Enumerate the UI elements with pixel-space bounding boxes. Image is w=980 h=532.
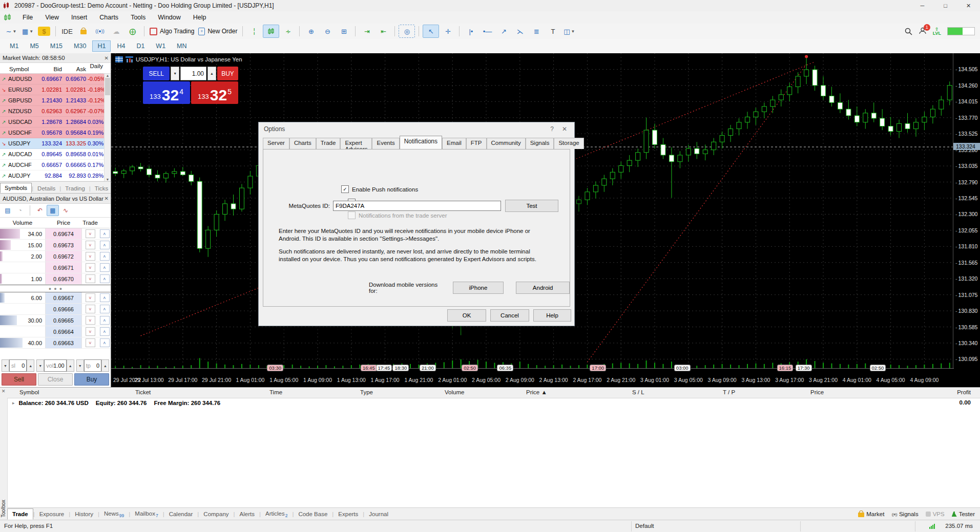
toolbox-tab-experts[interactable]: Experts bbox=[333, 509, 363, 519]
cursor-icon[interactable]: ↖ bbox=[423, 25, 439, 38]
toolbox-column-volume[interactable]: Volume bbox=[445, 389, 464, 395]
close-button[interactable]: ✕ bbox=[957, 0, 980, 11]
new-order-button[interactable]: +New Order bbox=[197, 25, 239, 37]
metaquotes-id-input[interactable] bbox=[333, 201, 501, 211]
mw-column-bid[interactable]: Bid bbox=[39, 66, 64, 72]
toolbox-column-price[interactable]: Price bbox=[810, 389, 824, 395]
timeframe-m5[interactable]: M5 bbox=[25, 40, 44, 52]
dialog-tab-events[interactable]: Events bbox=[372, 138, 399, 149]
chart-style-icon[interactable]: ∼▼ bbox=[4, 25, 19, 37]
dialog-tab-community[interactable]: Community bbox=[487, 138, 526, 149]
dom-chart-icon[interactable]: ▤ bbox=[2, 205, 13, 216]
market-watch-row[interactable]: ↗GBPUSD1.214301.21433-0.12% bbox=[0, 95, 111, 106]
row-expand-icon[interactable]: ˄ bbox=[100, 293, 110, 302]
ok-button[interactable]: OK bbox=[447, 309, 486, 322]
dialog-title-bar[interactable]: Options ? ✕ bbox=[259, 122, 574, 136]
timeframe-w1[interactable]: W1 bbox=[151, 40, 171, 52]
toolbox-tab-news[interactable]: News99 bbox=[99, 508, 129, 520]
market-watch-row[interactable]: ↗AUDJPY92.88492.8930.28% bbox=[0, 171, 111, 181]
status-profile[interactable]: Default bbox=[635, 523, 654, 529]
buy-price-panel[interactable]: 133 32 5 bbox=[191, 81, 238, 104]
market-watch-row[interactable]: ↗USDCHF0.956780.956840.19% bbox=[0, 127, 111, 138]
sell-button[interactable]: Sell bbox=[2, 373, 36, 386]
tab-trading[interactable]: Trading bbox=[61, 184, 89, 193]
one-click-buy-button[interactable]: BUY bbox=[217, 67, 238, 80]
chart-shift-icon[interactable]: ⇤ bbox=[376, 25, 391, 37]
level-icon[interactable]: ⇧LVL bbox=[933, 27, 941, 35]
cloud-icon[interactable]: ☁ bbox=[109, 25, 124, 37]
accounts-icon[interactable]: $ bbox=[38, 27, 50, 36]
trade-check-icon[interactable]: ˅ bbox=[86, 274, 95, 283]
close-icon[interactable]: ✕ bbox=[105, 196, 109, 201]
vps-status-button[interactable]: VPS bbox=[926, 511, 945, 517]
toolbox-tab-history[interactable]: History bbox=[70, 509, 98, 519]
market-watch-row[interactable]: ↘USDJPY133.324133.3250.30% bbox=[0, 138, 111, 149]
menu-item-insert[interactable]: Insert bbox=[65, 12, 93, 23]
timeframe-mn[interactable]: MN bbox=[172, 40, 192, 52]
tab-details[interactable]: Details bbox=[33, 184, 59, 193]
iphone-button[interactable]: iPhone bbox=[453, 282, 504, 294]
trade-check-icon[interactable]: ˅ bbox=[86, 241, 95, 249]
lot-size-input[interactable]: 1.00 bbox=[180, 67, 206, 80]
market-watch-row[interactable]: ↗NZDUSD0.629630.62967-0.07% bbox=[0, 106, 111, 117]
menu-item-help[interactable]: Help bbox=[187, 12, 213, 23]
dom-bid-row[interactable]: 6.000.69667˅˄ bbox=[0, 292, 111, 304]
shapes-icon[interactable]: ◫▼ bbox=[561, 25, 577, 37]
trade-check-icon[interactable]: ˅ bbox=[86, 338, 95, 347]
bars-chart-icon[interactable]: ╎ bbox=[246, 25, 262, 37]
volume-decrease-icon[interactable]: ▼ bbox=[36, 359, 44, 372]
buy-button[interactable]: Buy bbox=[74, 373, 109, 386]
dialog-tab-notifications[interactable]: Notifications bbox=[400, 136, 442, 149]
close-position-button[interactable]: Close bbox=[38, 373, 73, 386]
dialog-tab-storage[interactable]: Storage bbox=[554, 138, 583, 149]
zoom-in-icon[interactable]: ⊕ bbox=[303, 25, 319, 37]
toolbox-tab-calendar[interactable]: Calendar bbox=[164, 509, 198, 519]
timeframe-m30[interactable]: M30 bbox=[69, 40, 91, 52]
dom-ask-row[interactable]: 0.69671˅˄ bbox=[0, 262, 111, 273]
scrollbar-thumb[interactable] bbox=[105, 78, 110, 95]
toolbox-tab-company[interactable]: Company bbox=[199, 509, 233, 519]
row-expand-icon[interactable]: ˄ bbox=[100, 263, 110, 272]
toolbox-column-profit[interactable]: Profit bbox=[957, 389, 971, 395]
close-icon[interactable]: ✕ bbox=[2, 389, 6, 394]
row-expand-icon[interactable]: ˄ bbox=[100, 229, 110, 238]
lot-decrease-icon[interactable]: ▼ bbox=[171, 67, 179, 80]
candles-chart-icon[interactable] bbox=[263, 25, 279, 38]
dom-tick-chart-icon[interactable]: ∿ bbox=[60, 205, 71, 216]
market-watch-row[interactable]: ↗AUDUSD0.696670.69670-0.05% bbox=[0, 74, 111, 84]
crosshair-icon[interactable]: ✛ bbox=[440, 25, 455, 37]
toolbox-tab-trade[interactable]: Trade bbox=[7, 508, 33, 520]
vertical-line-icon[interactable]: |• bbox=[463, 25, 478, 37]
balance-row[interactable]: ▸ Balance: 260 344.76 USD Equity: 260 34… bbox=[7, 398, 980, 408]
tab-ticks[interactable]: Ticks bbox=[91, 184, 112, 193]
chart-window-icon[interactable] bbox=[126, 56, 133, 62]
close-icon[interactable]: ✕ bbox=[105, 55, 109, 61]
lot-increase-icon[interactable]: ▲ bbox=[207, 67, 216, 80]
sl-increase-icon[interactable]: ▲ bbox=[27, 359, 34, 372]
volume-increase-icon[interactable]: ▲ bbox=[67, 359, 74, 372]
dom-ask-row[interactable]: 15.000.69673˅˄ bbox=[0, 240, 111, 251]
trade-check-icon[interactable]: ˅ bbox=[86, 327, 95, 336]
market-watch-row[interactable]: ↗USDCAD1.286781.286840.03% bbox=[0, 117, 111, 127]
dialog-tab-ftp[interactable]: FTP bbox=[466, 138, 487, 149]
web-terminal-icon[interactable]: ⨁ bbox=[125, 25, 140, 37]
tp-field[interactable]: tp0 bbox=[84, 359, 101, 372]
sl-field[interactable]: sl0 bbox=[9, 359, 27, 372]
dom-bid-row[interactable]: 30.000.69665˅˄ bbox=[0, 315, 111, 326]
trade-check-icon[interactable]: ˅ bbox=[86, 263, 95, 272]
market-watch-row[interactable]: ↗AUDCHF0.666570.666650.17% bbox=[0, 160, 111, 171]
menu-item-charts[interactable]: Charts bbox=[93, 12, 124, 23]
timeframe-h4[interactable]: H4 bbox=[112, 40, 130, 52]
toolbox-column-type[interactable]: Type bbox=[360, 389, 373, 395]
dom-time-sales-icon[interactable]: ◔ bbox=[14, 205, 26, 216]
row-expand-icon[interactable]: ˄ bbox=[100, 241, 110, 249]
one-click-sell-button[interactable]: SELL bbox=[143, 67, 170, 80]
signals-icon[interactable]: ((●)) bbox=[92, 25, 108, 37]
profiles-icon[interactable]: ▦▼ bbox=[20, 25, 35, 37]
market-icon[interactable] bbox=[76, 25, 91, 37]
menu-item-window[interactable]: Window bbox=[152, 12, 186, 23]
toolbox-tab-articles[interactable]: Articles2 bbox=[261, 508, 292, 520]
trendline-icon[interactable]: ↗ bbox=[496, 25, 511, 37]
row-expand-icon[interactable]: ˄ bbox=[100, 305, 110, 313]
tab-symbols[interactable]: Symbols bbox=[0, 183, 32, 193]
